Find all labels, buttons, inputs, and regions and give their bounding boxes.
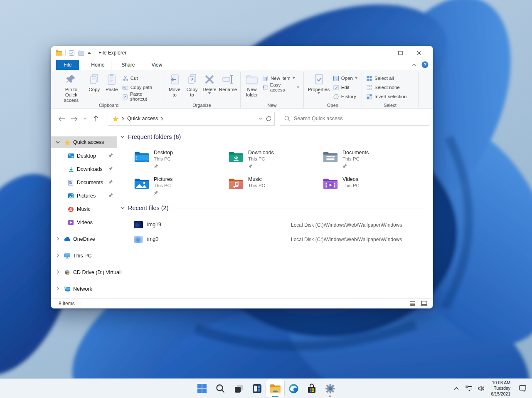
tray-chevron-up-icon[interactable] [451, 382, 462, 395]
paste-shortcut-icon [122, 94, 128, 100]
chevron-right-icon[interactable] [55, 269, 60, 275]
store-button[interactable] [303, 379, 321, 398]
breadcrumb-quick-access[interactable]: Quick access [127, 116, 158, 121]
maximize-button[interactable] [391, 47, 410, 59]
easy-access-button[interactable]: Easy access [261, 83, 301, 91]
search-box[interactable] [280, 112, 429, 126]
taskbar-clock[interactable]: 10:03 AM Tuesday 6/15/2021 [491, 380, 510, 397]
sidebar-item-pictures[interactable]: Pictures [51, 190, 117, 202]
large-icons-view-button[interactable] [419, 299, 429, 308]
collapse-ribbon-icon[interactable] [412, 63, 416, 67]
refresh-icon[interactable] [266, 116, 272, 122]
recent-locations-icon[interactable] [80, 112, 89, 125]
recent-file-row[interactable]: img19 Local Disk (C:)\Windows\Web\Wallpa… [117, 221, 425, 230]
select-all-button[interactable]: Select all [365, 74, 408, 82]
minimize-button[interactable] [372, 47, 391, 59]
edit-icon [333, 84, 339, 91]
edit-button[interactable]: Edit [331, 83, 359, 91]
tab-view[interactable]: View [145, 60, 169, 70]
pin-icon [66, 74, 76, 86]
frequent-folders-header[interactable]: Frequent folders (6) [121, 133, 428, 140]
chevron-right-icon[interactable] [55, 253, 60, 259]
open-button[interactable]: Open [331, 74, 359, 82]
new-folder-qat-icon[interactable] [78, 50, 84, 56]
explorer-logo-icon [55, 50, 62, 56]
pin-to-quick-access-button[interactable]: Pin to Quick access [57, 72, 86, 104]
taskbar-search-button[interactable] [211, 379, 229, 398]
properties-button[interactable]: Properties [306, 72, 331, 95]
folder-tile-documents[interactable]: Documents This PC [323, 150, 412, 171]
sidebar-item-downloads[interactable]: Downloads [51, 163, 117, 175]
help-icon[interactable]: ? [421, 61, 429, 68]
address-bar[interactable]: Quick access [108, 112, 275, 126]
file-explorer-window: File Explorer File Home Share View ? Pin… [51, 46, 433, 309]
folder-tile-music[interactable]: Music This PC [228, 176, 318, 198]
chevron-right-icon[interactable] [55, 236, 60, 242]
invert-selection-button[interactable]: Invert selection [365, 92, 408, 101]
sidebar-item-onedrive[interactable]: OneDrive [51, 233, 117, 245]
collapse-section-icon[interactable] [121, 207, 125, 210]
quick-access-toolbar [55, 49, 94, 56]
rename-button[interactable]: Rename [218, 72, 238, 94]
settings-button[interactable] [321, 379, 339, 398]
folder-tile-pictures[interactable]: Pictures This PC [134, 176, 223, 198]
start-button[interactable] [193, 379, 211, 398]
easy-access-icon [262, 84, 268, 91]
address-dropdown-icon[interactable] [259, 117, 263, 120]
properties-check-icon[interactable] [69, 50, 75, 56]
paste-shortcut-button[interactable]: Paste shortcut [121, 92, 160, 101]
open-small-buttons: Open Edit History [331, 72, 359, 101]
folder-tile-videos[interactable]: Videos This PC [323, 176, 412, 198]
sidebar-item-network[interactable]: Network [51, 283, 117, 295]
new-item-button[interactable]: New item [261, 74, 301, 82]
widgets-button[interactable] [248, 379, 266, 398]
task-view-button[interactable] [229, 379, 248, 398]
sidebar-item-cd-drive[interactable]: CD Drive (D:) Virtuall [51, 267, 117, 278]
sidebar-item-quick-access[interactable]: Quick access [51, 136, 117, 148]
search-input[interactable] [294, 116, 425, 121]
divider [81, 301, 81, 307]
divider [94, 49, 94, 56]
select-none-button[interactable]: Select none [365, 83, 408, 91]
new-folder-button[interactable]: New folder [243, 72, 261, 99]
network-tray-icon[interactable] [463, 382, 474, 395]
history-button[interactable]: History [331, 92, 359, 101]
sidebar-item-music[interactable]: Music [51, 203, 117, 215]
sidebar-item-this-pc[interactable]: This PC [51, 250, 117, 262]
sidebar-item-videos[interactable]: Videos [51, 217, 117, 228]
tab-share[interactable]: Share [115, 60, 141, 70]
sidebar-item-documents[interactable]: Documents [51, 177, 117, 188]
chevron-right-icon[interactable] [55, 286, 60, 292]
tab-home[interactable]: Home [84, 60, 111, 70]
copy-button[interactable]: Copy [86, 72, 103, 94]
up-button[interactable] [89, 112, 102, 125]
close-button[interactable] [410, 47, 429, 59]
back-button[interactable] [55, 112, 68, 125]
recent-file-row[interactable]: img0 Local Disk (C:)\Windows\Web\Wallpap… [117, 235, 425, 245]
copy-path-button[interactable]: W.. Copy path [121, 83, 160, 91]
edge-button[interactable] [284, 379, 303, 398]
breadcrumb-chevron-icon[interactable] [122, 117, 124, 121]
group-new: New folder New item Easy access New [241, 72, 304, 108]
breadcrumb-chevron-icon[interactable] [161, 117, 163, 121]
cut-button[interactable]: Cut [121, 74, 160, 82]
recent-files-header[interactable]: Recent files (2) [121, 205, 428, 211]
qat-dropdown-icon[interactable] [87, 51, 91, 55]
store-icon [307, 383, 317, 394]
collapse-section-icon[interactable] [121, 136, 125, 138]
copy-to-button[interactable]: Copy to [183, 72, 201, 99]
paste-button[interactable]: Paste [103, 72, 121, 94]
folder-tile-downloads[interactable]: Downloads This PC [228, 150, 318, 171]
delete-button[interactable]: Delete [201, 72, 218, 95]
forward-button[interactable] [68, 112, 80, 125]
move-to-button[interactable]: Move to [166, 72, 183, 99]
desktop-folder-icon [134, 151, 150, 163]
details-view-button[interactable] [408, 299, 417, 308]
chevron-down-icon[interactable] [55, 139, 60, 145]
folder-tile-desktop[interactable]: Desktop This PC [134, 150, 223, 171]
sidebar-item-desktop[interactable]: Desktop [51, 150, 117, 162]
taskbar-file-explorer-button[interactable] [266, 379, 284, 398]
tab-file[interactable]: File [56, 60, 79, 70]
volume-tray-icon[interactable] [476, 382, 487, 395]
notifications-chat-icon[interactable] [515, 382, 530, 395]
